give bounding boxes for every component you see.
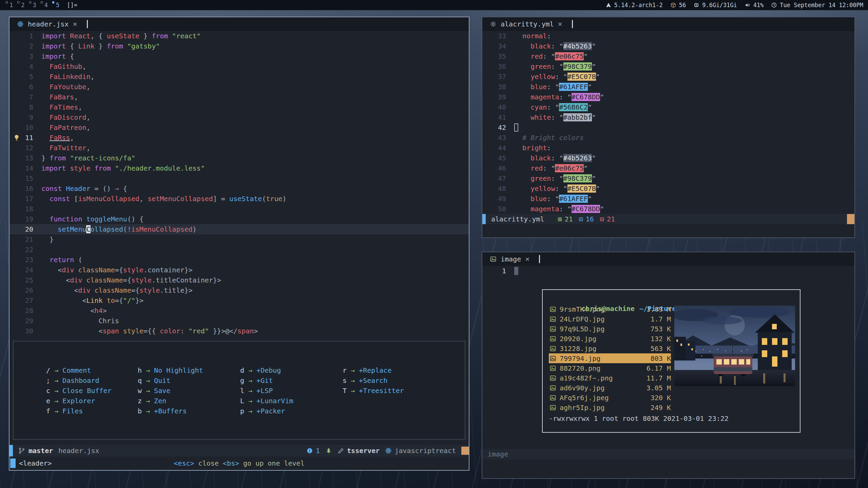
- code-line[interactable]: 6 FaYoutube,: [9, 82, 469, 92]
- code-line[interactable]: 14import style from "./header.module.les…: [9, 163, 469, 173]
- code-line[interactable]: 48 yellow: "#E5C07B": [482, 183, 854, 194]
- close-icon[interactable]: ×: [73, 20, 77, 28]
- terminal-buffer[interactable]: 1: [482, 266, 854, 276]
- file-row[interactable]: aghr5Ip.jpg249 K: [549, 403, 671, 412]
- file-row[interactable]: AFq5r6j.jpeg320 K: [549, 393, 671, 403]
- code-line[interactable]: 1: [482, 266, 854, 276]
- code-line[interactable]: 30 <span style={{ color: "red" }}>@</spa…: [9, 326, 469, 336]
- code-line[interactable]: 1import React, { useState } from "react": [9, 31, 469, 41]
- whichkey-mapping[interactable]: s→+Search: [343, 375, 434, 386]
- whichkey-mapping[interactable]: l→+LSP: [240, 386, 343, 396]
- git-branch[interactable]: master: [18, 447, 53, 455]
- whichkey-mapping[interactable]: p→+Packer: [240, 406, 343, 416]
- layout-indicator[interactable]: []=: [63, 2, 81, 8]
- code-line[interactable]: 25 <div className={style.titleContainer}…: [9, 275, 469, 285]
- code-line[interactable]: 10 FaPatreon,: [9, 122, 469, 133]
- file-row[interactable]: 24LrDFQ.jpg1.7 M: [549, 314, 671, 324]
- code-line[interactable]: 8 FaTimes,: [9, 102, 469, 112]
- code-line[interactable]: 23 return (: [9, 255, 469, 265]
- workspace-tag-4[interactable]: 4: [40, 1, 51, 9]
- file-row[interactable]: 97q9L5D.jpg753 K: [549, 324, 671, 334]
- code-line[interactable]: 44 bright:: [482, 143, 854, 153]
- tab-header-jsx[interactable]: header.jsx ×: [15, 19, 79, 29]
- tab-image[interactable]: image ×: [488, 254, 532, 264]
- close-icon[interactable]: ×: [525, 255, 529, 263]
- whichkey-mapping[interactable]: q→Quit: [138, 375, 240, 386]
- tab-alacritty-yml[interactable]: alacritty.yml ×: [488, 19, 564, 29]
- whichkey-mapping[interactable]: f→Files: [46, 406, 138, 416]
- code-line[interactable]: 49 blue: "#61AFEF": [482, 194, 854, 204]
- code-line[interactable]: 7 FaBars,: [9, 92, 469, 102]
- code-line[interactable]: 43 # Bright colors: [482, 133, 854, 143]
- code-area[interactable]: 1import React, { useState } from "react"…: [9, 31, 469, 336]
- code-area[interactable]: 33 normal:34 black: "#4b5263"35 red: "#e…: [482, 31, 854, 214]
- file-row[interactable]: 20920.jpg132 K: [549, 334, 671, 344]
- code-line[interactable]: 12 FaTwitter,: [9, 143, 469, 153]
- code-line[interactable]: 41 white: "#abb2bf": [482, 112, 854, 122]
- code-line[interactable]: 20 setMenuCollapsed(!isMenuCollapsed): [9, 224, 469, 234]
- code-line[interactable]: 17 const [isMenuCollapsed, setMenuCollap…: [9, 194, 469, 204]
- whichkey-mapping[interactable]: r→+Replace: [343, 365, 434, 375]
- code-line[interactable]: 38 blue: "#61AFEF": [482, 82, 854, 92]
- whichkey-mapping[interactable]: c→Close Buffer: [46, 386, 138, 396]
- file-row[interactable]: a19c482f~.png11.7 M: [549, 373, 671, 383]
- whichkey-mapping[interactable]: T→+Treesitter: [343, 386, 434, 396]
- code-line[interactable]: 34 black: "#4b5263": [482, 41, 854, 51]
- whichkey-mapping[interactable]: /→Comment: [46, 365, 138, 375]
- file-row[interactable]: 799794.jpg803 K: [549, 353, 671, 363]
- code-line[interactable]: 2import { Link } from "gatsby": [9, 41, 469, 51]
- code-line[interactable]: 50 magenta: "#C678DD": [482, 204, 854, 214]
- code-line[interactable]: 39 magenta: "#C678DD": [482, 92, 854, 102]
- workspace-tag-1[interactable]: 1: [5, 1, 16, 9]
- whichkey-mapping[interactable]: h→No Highlight: [138, 365, 240, 375]
- code-line[interactable]: 4 FaGithub,: [9, 61, 469, 72]
- code-line[interactable]: 36 green: "#98C379": [482, 61, 854, 72]
- whichkey-mapping[interactable]: d→+Debug: [240, 365, 343, 375]
- code-line[interactable]: 16const Header = () ⇒ {: [9, 183, 469, 194]
- code-line[interactable]: 24 <div className={style.container}>: [9, 265, 469, 275]
- code-line[interactable]: 42: [482, 122, 854, 133]
- workspace-tag-2[interactable]: 2: [16, 1, 28, 9]
- file-row[interactable]: 9rsmTK4.png3.09 M: [549, 304, 671, 314]
- code-line[interactable]: 29 Chris: [9, 316, 469, 326]
- code-line[interactable]: 15: [9, 173, 469, 183]
- command-line[interactable]: <leader> <esc> close <bs> go up one leve…: [9, 456, 469, 470]
- code-line[interactable]: 22: [9, 245, 469, 255]
- whichkey-mapping[interactable]: e→Explorer: [46, 396, 138, 406]
- code-line[interactable]: 3import {: [9, 51, 469, 61]
- whichkey-mapping[interactable]: b→+Buffers: [138, 406, 240, 416]
- file-row[interactable]: 31228.jpg563 K: [549, 344, 671, 353]
- code-line[interactable]: 5 FaLinkedin,: [9, 72, 469, 82]
- code-line[interactable]: 45 black: "#4b5263": [482, 153, 854, 163]
- code-line[interactable]: 9 FaDiscord,: [9, 112, 469, 122]
- statusline: alacritty.yml ⊞21 ⊡16 ⊟21: [482, 214, 854, 224]
- workspace-tag-5[interactable]: 5: [51, 1, 63, 9]
- code-line[interactable]: 40 cyan: "#56B6C2": [482, 102, 854, 112]
- code-line[interactable]: 37 yellow: "#E5C07B": [482, 72, 854, 82]
- file-row[interactable]: 882720.png6.17 M: [549, 363, 671, 373]
- workspace-tag-3[interactable]: 3: [28, 1, 40, 9]
- diagnostics-info[interactable]: 1: [306, 447, 320, 455]
- whichkey-mapping[interactable]: g→+Git: [240, 375, 343, 386]
- whichkey-mapping[interactable]: L→+LunarVim: [240, 396, 343, 406]
- code-line[interactable]: 28 <h4>: [9, 306, 469, 316]
- code-line[interactable]: 19 function toggleMenu() {: [9, 214, 469, 224]
- image-file-icon: [549, 404, 556, 411]
- code-line[interactable]: 18: [9, 204, 469, 214]
- code-line[interactable]: 35 red: "#e06c75": [482, 51, 854, 61]
- code-line[interactable]: 11 FaRss,: [9, 133, 469, 143]
- whichkey-mapping[interactable]: w→Save: [138, 386, 240, 396]
- code-line[interactable]: 13} from "react-icons/fa": [9, 153, 469, 163]
- code-line[interactable]: 21 }: [9, 234, 469, 245]
- code-line[interactable]: 26 <div className={style.title}>: [9, 285, 469, 295]
- code-line[interactable]: 47 green: "#98C379": [482, 173, 854, 183]
- branch-icon: [18, 447, 25, 454]
- lightbulb-icon[interactable]: [13, 134, 20, 141]
- close-icon[interactable]: ×: [558, 20, 562, 28]
- whichkey-mapping[interactable]: z→Zen: [138, 396, 240, 406]
- code-line[interactable]: 46 red: "#e06c75": [482, 163, 854, 173]
- file-row[interactable]: ad6v90y.jpg3.05 M: [549, 383, 671, 393]
- code-line[interactable]: 27 <Link to={"/"}>: [9, 295, 469, 306]
- whichkey-mapping[interactable]: ;→Dashboard: [46, 375, 138, 386]
- code-line[interactable]: 33 normal:: [482, 31, 854, 41]
